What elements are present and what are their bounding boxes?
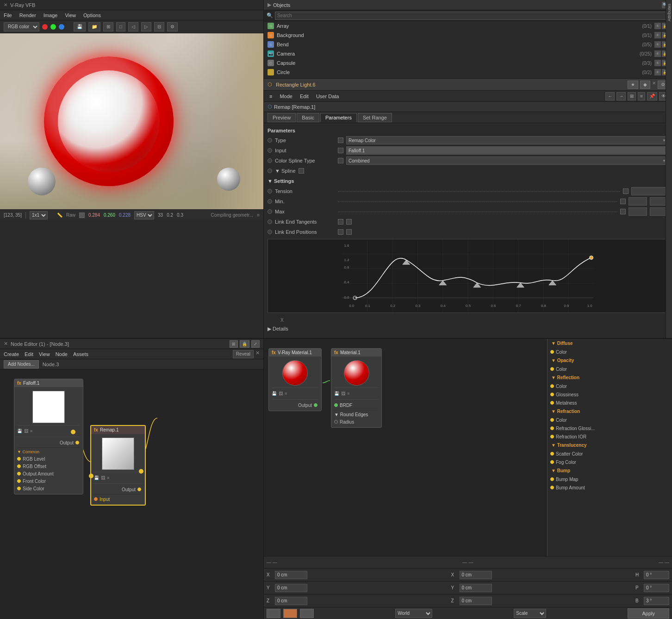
refr-ior-dot[interactable]: [550, 435, 554, 438]
h-value[interactable]: 0 °: [644, 571, 669, 579]
opacity-section[interactable]: ▼ Opacity: [548, 356, 672, 365]
green-channel-dot[interactable]: [50, 24, 56, 30]
remap-output-dot[interactable]: [137, 488, 141, 491]
ne-node[interactable]: Node: [56, 351, 68, 357]
selected-star-btn[interactable]: ★: [628, 81, 638, 89]
nav-options-btn[interactable]: ≡: [638, 92, 645, 100]
node-vray-material[interactable]: fx V-Ray Material.1 💾 🖼 ≡ Outp: [268, 348, 322, 411]
menu-file[interactable]: File: [4, 13, 12, 18]
diffuse-color-dot[interactable]: [550, 350, 554, 354]
b-value[interactable]: 3 °: [644, 597, 669, 605]
ne-assets[interactable]: Assets: [73, 351, 88, 357]
object-row-cloner[interactable]: ⊕ Cloner (0/13) 👁 🔒: [264, 77, 672, 78]
array-visibility[interactable]: 👁: [654, 23, 661, 29]
colorspline-dot[interactable]: [268, 158, 272, 163]
translucency-section[interactable]: ▼ Translucency: [548, 441, 672, 450]
refl-color-dot[interactable]: [550, 384, 554, 388]
nav-back-btn[interactable]: ←: [605, 92, 615, 100]
compare-button[interactable]: ⊟: [154, 22, 164, 31]
z-value[interactable]: 0 cm: [275, 597, 307, 605]
capsule-visibility[interactable]: 👁: [654, 60, 661, 66]
background-visibility[interactable]: 👁: [654, 32, 661, 38]
display-button[interactable]: ⊞: [103, 22, 113, 31]
scale-select[interactable]: 1x1: [30, 211, 48, 219]
object-row-bend[interactable]: B Bend (0/5) 👁 🔒: [264, 40, 672, 49]
diffuse-section[interactable]: ▼ Diffuse: [548, 339, 672, 348]
rgb-level-dot[interactable]: [17, 457, 21, 461]
open-button[interactable]: 📁: [88, 22, 100, 31]
scale-select[interactable]: Scale: [514, 609, 546, 618]
close-icon[interactable]: ✕: [4, 341, 8, 347]
max-v1-input[interactable]: 1: [628, 207, 647, 216]
node-expand-btn[interactable]: ⤢: [251, 340, 260, 348]
forward-button[interactable]: ▷: [141, 22, 151, 31]
settings-button[interactable]: ⚙: [167, 22, 178, 31]
refr-color-dot[interactable]: [550, 418, 554, 422]
reflection-section[interactable]: ▼ Reflection: [548, 373, 672, 382]
tab-setrange[interactable]: Set Range: [358, 113, 392, 122]
blue-channel-dot[interactable]: [59, 24, 64, 30]
search-input[interactable]: [275, 12, 669, 20]
opacity-color-dot[interactable]: [550, 367, 554, 371]
type-dot[interactable]: [268, 138, 272, 143]
ne-edit[interactable]: Edit: [25, 351, 33, 357]
mode-edit[interactable]: Edit: [298, 94, 311, 99]
tension-dot[interactable]: [268, 189, 272, 194]
ne-view[interactable]: View: [39, 351, 50, 357]
selected-diamond-btn[interactable]: ◆: [640, 81, 650, 89]
attributes-tab[interactable]: Attributes: [666, 2, 672, 23]
node-lock-btn[interactable]: 🔒: [240, 340, 249, 348]
link-tangents-cb1[interactable]: [338, 219, 343, 225]
red-channel-dot[interactable]: [42, 24, 48, 30]
front-color-dot[interactable]: [17, 479, 21, 483]
objects-collapse-icon[interactable]: ▶: [268, 2, 271, 8]
type-checkbox[interactable]: [338, 138, 343, 143]
world-select[interactable]: World: [395, 609, 432, 618]
bend-visibility[interactable]: 👁: [654, 41, 661, 48]
node-falloff[interactable]: fx Falloff.1 💾 🖼 ≡ Output: [14, 379, 83, 494]
spline-checkbox[interactable]: [299, 168, 304, 174]
rgb-offset-dot[interactable]: [17, 464, 21, 468]
ne-close-icon[interactable]: ✕: [255, 350, 260, 358]
menu-render[interactable]: Render: [19, 13, 36, 18]
spline-chart[interactable]: 0.0 0.4 0.8 1.2 1.6 0.1 0.2 0.3 0.4 0.5 …: [268, 239, 668, 313]
refl-metal-dot[interactable]: [550, 401, 554, 405]
apply-button[interactable]: Apply: [628, 608, 669, 619]
menu-options[interactable]: Options: [83, 13, 101, 18]
colorspline-checkbox[interactable]: [338, 158, 343, 163]
bump-section[interactable]: ▼ Bump: [548, 466, 672, 475]
tension-input[interactable]: 100 %: [631, 187, 668, 195]
scatter-color-dot[interactable]: [550, 452, 554, 456]
vray-output-dot[interactable]: [314, 403, 317, 407]
bump-map-dot[interactable]: [550, 477, 554, 481]
ne-create[interactable]: Create: [4, 351, 19, 357]
refr-gloss-dot[interactable]: [550, 426, 554, 430]
camera-visibility[interactable]: 👁: [654, 50, 661, 57]
fog-color-dot[interactable]: [550, 460, 554, 464]
stamp-button[interactable]: □: [116, 22, 125, 31]
circle-visibility[interactable]: 👁: [654, 69, 661, 75]
settings-label[interactable]: ▼ Settings: [268, 178, 294, 184]
zr-value[interactable]: 0 cm: [460, 597, 492, 605]
tab-parameters[interactable]: Parameters: [320, 113, 357, 122]
radius-dot[interactable]: [334, 420, 338, 424]
object-row-camera[interactable]: 📷 Camera (0/25) 👁 🔒: [264, 49, 672, 58]
object-row-capsule[interactable]: C Capsule (0/3) 👁 🔒: [264, 58, 672, 68]
mat1-brdf-dot[interactable]: [334, 403, 338, 407]
details-toggle[interactable]: ▶ Details: [268, 326, 668, 332]
refraction-section[interactable]: ▼ Refraction: [548, 407, 672, 416]
object-row-background[interactable]: B Background (0/1) 👁 🔒: [264, 31, 672, 40]
object-row-circle[interactable]: ○ Circle (0/2) 👁 🔒: [264, 68, 672, 77]
tab-basic[interactable]: Basic: [297, 113, 319, 122]
y-value[interactable]: 0 cm: [275, 584, 307, 592]
link-positions-cb1[interactable]: [338, 229, 343, 235]
add-nodes-btn[interactable]: Add Nodes...: [4, 360, 39, 369]
type-dropdown[interactable]: Remap Color ▼: [346, 136, 668, 144]
side-color-dot[interactable]: [17, 487, 21, 490]
colorspace-select[interactable]: HSV: [134, 211, 154, 219]
color-mode-select[interactable]: RGB color: [4, 22, 39, 31]
tab-preview[interactable]: Preview: [268, 113, 296, 122]
menu-view[interactable]: View: [65, 13, 76, 18]
node-copy-btn[interactable]: ⊞: [230, 340, 238, 348]
max-dot[interactable]: [268, 209, 272, 214]
